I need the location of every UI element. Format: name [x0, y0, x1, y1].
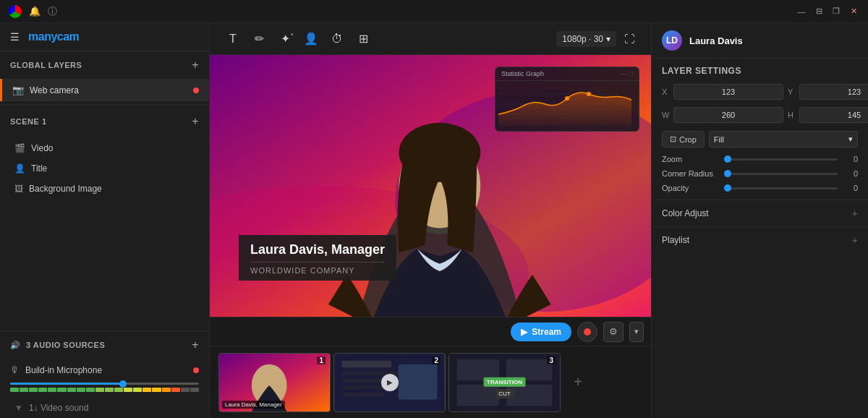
webcam-icon: 📷	[12, 85, 24, 95]
x-input[interactable]	[673, 84, 783, 100]
crop-button[interactable]: ⊡ Crop	[662, 131, 705, 148]
crop-icon: ⊡	[670, 135, 676, 144]
h-group: H	[788, 107, 868, 123]
opacity-slider[interactable]	[726, 187, 838, 189]
video-controls-bar: ▶ Stream ⚙ ▾	[210, 317, 651, 346]
webcam-layer-item[interactable]: 📷 Web camera	[0, 79, 209, 101]
playlist-section[interactable]: Playlist +	[652, 226, 868, 253]
divider-1	[0, 104, 209, 105]
global-layers-label: Global Layers	[10, 61, 82, 69]
svg-point-10	[587, 92, 591, 96]
opacity-value: 0	[843, 184, 858, 192]
background-icon: 🖼	[14, 184, 23, 194]
microphone-item[interactable]: 🎙 Build-in Microphone	[0, 359, 209, 381]
draw-tool-button[interactable]: ✏	[247, 27, 271, 51]
logo-many: many	[28, 30, 57, 43]
layer-settings-title: Layer Settings	[652, 59, 868, 80]
timer-button[interactable]: ⏱	[326, 27, 349, 51]
color-adjust-section[interactable]: Color Adjust +	[652, 200, 868, 226]
window-controls: — ⊟ ❐ ✕	[796, 6, 859, 17]
video-area: Statistic Graph — □	[210, 55, 651, 317]
minimize-button[interactable]: —	[796, 6, 807, 17]
y-input[interactable]	[799, 84, 868, 100]
w-input[interactable]	[673, 107, 783, 123]
title-layer-name: Title	[31, 163, 47, 174]
restore-button[interactable]: ⊟	[813, 6, 825, 17]
global-layers-header: Global Layers +	[0, 51, 209, 79]
person-button[interactable]: 👤	[299, 27, 323, 51]
scene-item-title[interactable]: 👤 Title	[0, 158, 209, 179]
fullscreen-button[interactable]: ⛶	[619, 29, 639, 49]
svg-rect-18	[342, 392, 385, 396]
fill-select[interactable]: Fill ▾	[709, 131, 858, 148]
bell-icon[interactable]: 🔔	[29, 6, 41, 17]
svg-rect-14	[342, 360, 391, 367]
audio-section: 🔊 3 Audio Sources + 🎙 Build-in Microphon…	[0, 330, 209, 418]
scene-thumb-1[interactable]: 1 Laura Davis, Manager	[218, 353, 331, 412]
logo-cam: cam	[57, 30, 80, 43]
video-sound-name: 1↓ Video sound	[29, 403, 89, 413]
close-button[interactable]: ✕	[848, 6, 859, 17]
scene-num-3: 3	[547, 357, 556, 364]
h-input[interactable]	[799, 107, 868, 123]
sliders-section: Zoom 0 Corner Radius 0 Opacity	[652, 152, 868, 200]
scene-item-video[interactable]: 🎬 Viedo	[0, 138, 209, 158]
scene-label: Scene 1	[10, 117, 47, 126]
scene-items-list: 🎬 Viedo 👤 Title 🖼 Background Image	[0, 135, 209, 202]
svg-rect-19	[399, 364, 438, 399]
maximize-button[interactable]: ❐	[830, 6, 842, 17]
stream-button[interactable]: ▶ Stream	[511, 323, 571, 341]
crop-row: ⊡ Crop Fill ▾	[652, 127, 868, 152]
video-sound-icon: ▼	[14, 403, 23, 413]
stream-label: Stream	[532, 327, 561, 337]
stream-play-icon: ▶	[521, 327, 527, 337]
add-global-layer-button[interactable]: +	[192, 59, 199, 72]
zoom-slider[interactable]	[726, 158, 838, 161]
zoom-value: 0	[843, 155, 858, 163]
corner-value: 0	[843, 169, 858, 178]
color-adjust-plus-icon: +	[852, 208, 858, 219]
settings-button[interactable]: ⚙	[603, 322, 624, 342]
info-icon[interactable]: ⓘ	[48, 5, 57, 18]
scene-thumbnails: 1 Laura Davis, Manager	[216, 350, 645, 415]
avatar-initials: LD	[666, 35, 678, 46]
scene-num-1: 1	[317, 357, 326, 364]
volume-bar-container	[0, 381, 209, 398]
resolution-button[interactable]: 1080p · 30 ▾	[556, 31, 616, 47]
volume-slider[interactable]	[10, 383, 199, 385]
grid-button[interactable]: ⊞	[352, 27, 375, 51]
chart-body	[495, 81, 639, 129]
scene-thumb-3[interactable]: 3 TRANSITION CUT	[448, 353, 561, 412]
hamburger-icon[interactable]: ☰	[10, 31, 20, 43]
fill-label: Fill	[714, 135, 724, 144]
playlist-label: Playlist	[662, 235, 689, 245]
app-container: ☰ manycam Global Layers + 📷 Web camera S…	[0, 23, 868, 418]
audio-sources-header: 🔊 3 Audio Sources +	[0, 331, 209, 359]
webcam-active-dot	[193, 88, 199, 93]
text-tool-button[interactable]: T	[221, 27, 244, 51]
record-button[interactable]	[577, 322, 597, 342]
scene-item-background[interactable]: 🖼 Background Image	[0, 179, 209, 199]
add-audio-button[interactable]: +	[192, 338, 199, 351]
chart-overlay: Statistic Graph — □	[495, 67, 639, 132]
effects-button[interactable]: ✦ ▾	[273, 27, 297, 51]
chart-header: Statistic Graph — □	[495, 67, 639, 81]
add-scene-button[interactable]: +	[563, 353, 592, 412]
thumb-2-play-button[interactable]: ▶	[381, 374, 399, 391]
webcam-layer-name: Web camera	[30, 85, 187, 95]
video-icon: 🎬	[14, 143, 25, 153]
opacity-row: Opacity 0	[662, 184, 858, 192]
avatar: LD	[662, 30, 682, 51]
corner-slider[interactable]	[726, 173, 838, 175]
stream-options-button[interactable]: ▾	[629, 322, 644, 342]
name-sub: WORLDWIDE COMPANY	[250, 262, 385, 275]
add-scene-item-button[interactable]: +	[192, 115, 199, 128]
x-group: X	[662, 84, 783, 100]
name-plate: Laura Davis, Manager WORLDWIDE COMPANY	[239, 235, 396, 281]
logo-text: manycam	[28, 30, 79, 43]
title-icon: 👤	[14, 163, 25, 174]
scene-thumb-2[interactable]: 2 ▶	[333, 353, 446, 412]
video-sound-item[interactable]: ▼ 1↓ Video sound	[0, 398, 209, 418]
transition-badge: TRANSITION	[483, 377, 526, 386]
mic-active-dot	[193, 367, 199, 373]
